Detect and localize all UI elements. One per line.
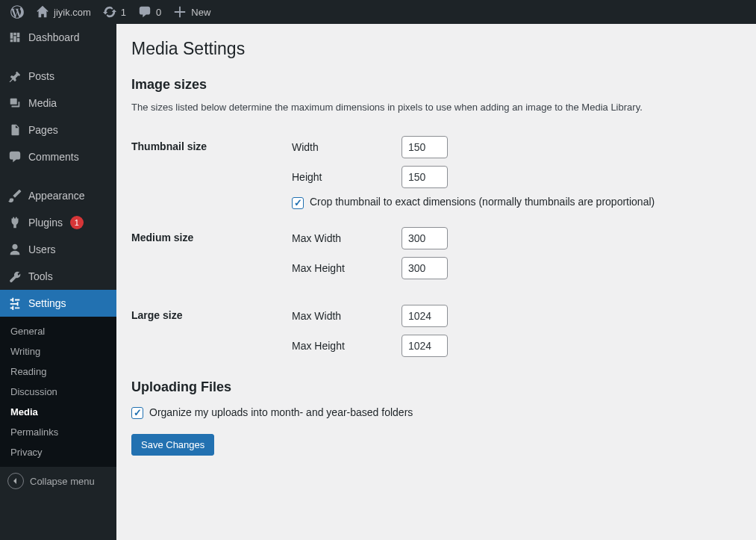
home-icon (36, 5, 49, 19)
organize-uploads-label: Organize my uploads into month- and year… (149, 406, 413, 418)
menu-appearance[interactable]: Appearance (0, 182, 116, 209)
menu-label: Comments (28, 151, 79, 163)
menu-plugins[interactable]: Plugins 1 (0, 209, 116, 236)
main-content: Media Settings Image sizes The sizes lis… (116, 24, 756, 540)
thumbnail-width-input[interactable] (402, 136, 448, 158)
save-changes-button[interactable]: Save Changes (131, 434, 214, 456)
menu-label: Tools (28, 270, 53, 282)
plugin-icon (7, 215, 22, 230)
menu-separator (0, 170, 116, 182)
submenu-writing[interactable]: Writing (0, 341, 116, 361)
thumbnail-height-input[interactable] (402, 166, 448, 188)
medium-maxwidth-input[interactable] (402, 227, 448, 249)
comments-count: 0 (156, 7, 161, 18)
submenu-media[interactable]: Media (0, 402, 116, 422)
comments-icon (138, 5, 151, 19)
thumbnail-crop-checkbox[interactable] (292, 197, 304, 209)
menu-posts[interactable]: Posts (0, 63, 116, 90)
submenu-permalinks[interactable]: Permalinks (0, 422, 116, 442)
comments-link[interactable]: 0 (132, 0, 167, 24)
menu-settings[interactable]: Settings (0, 290, 116, 317)
thumbnail-width-label: Width (292, 141, 402, 153)
thumbnail-size-label: Thumbnail size (131, 127, 292, 218)
dashboard-icon (7, 30, 22, 45)
large-maxwidth-input[interactable] (402, 305, 448, 327)
menu-pages[interactable]: Pages (0, 117, 116, 143)
submenu-general[interactable]: General (0, 321, 116, 341)
menu-media[interactable]: Media (0, 90, 116, 117)
menu-label: Users (28, 243, 56, 255)
menu-label: Media (28, 97, 57, 109)
medium-size-label: Medium size (131, 218, 292, 296)
uploading-files-heading: Uploading Files (131, 379, 741, 395)
collapse-icon (7, 473, 24, 489)
large-size-label: Large size (131, 296, 292, 373)
thumbnail-height-label: Height (292, 171, 402, 183)
menu-label: Posts (28, 70, 54, 82)
menu-label: Dashboard (28, 31, 80, 43)
thumbnail-crop-label: Crop thumbnail to exact dimensions (norm… (310, 196, 655, 208)
menu-dashboard[interactable]: Dashboard (0, 24, 116, 51)
updates-link[interactable]: 1 (97, 0, 132, 24)
comments-icon (7, 149, 22, 164)
pin-icon (7, 69, 22, 84)
plugins-update-badge: 1 (70, 216, 84, 229)
update-icon (103, 5, 116, 19)
submenu-privacy[interactable]: Privacy (0, 442, 116, 462)
plus-icon (173, 5, 187, 19)
large-maxwidth-label: Max Width (292, 310, 402, 322)
medium-maxheight-label: Max Height (292, 262, 402, 274)
image-sizes-description: The sizes listed below determine the max… (131, 100, 741, 115)
organize-uploads-checkbox[interactable] (131, 407, 143, 419)
settings-submenu: General Writing Reading Discussion Media… (0, 317, 116, 467)
large-maxheight-label: Max Height (292, 340, 402, 352)
collapse-menu[interactable]: Collapse menu (0, 467, 116, 495)
new-label: New (191, 7, 210, 18)
wp-logo[interactable] (4, 0, 30, 24)
menu-comments[interactable]: Comments (0, 143, 116, 170)
image-sizes-heading: Image sizes (131, 77, 741, 93)
new-content-link[interactable]: New (167, 0, 216, 24)
menu-label: Settings (28, 297, 66, 309)
site-name-label: jiyik.com (54, 7, 91, 18)
menu-separator (0, 51, 116, 63)
media-icon (7, 96, 22, 111)
updates-count: 1 (121, 7, 126, 18)
pages-icon (7, 122, 22, 137)
user-icon (7, 242, 22, 257)
menu-tools[interactable]: Tools (0, 263, 116, 290)
submenu-discussion[interactable]: Discussion (0, 382, 116, 402)
brush-icon (7, 188, 22, 203)
menu-label: Pages (28, 124, 58, 136)
wordpress-icon (10, 5, 24, 19)
adminbar: jiyik.com 1 0 New (0, 0, 756, 24)
page-title: Media Settings (131, 39, 741, 59)
admin-sidebar: Dashboard Posts Media Pages Comments App… (0, 24, 116, 540)
sliders-icon (7, 296, 22, 311)
wrench-icon (7, 269, 22, 284)
menu-label: Appearance (28, 190, 85, 202)
site-name-link[interactable]: jiyik.com (30, 0, 97, 24)
large-maxheight-input[interactable] (402, 335, 448, 357)
menu-users[interactable]: Users (0, 236, 116, 263)
medium-maxwidth-label: Max Width (292, 232, 402, 244)
medium-maxheight-input[interactable] (402, 257, 448, 279)
menu-label: Plugins (28, 217, 63, 229)
collapse-label: Collapse menu (30, 476, 95, 487)
submenu-reading[interactable]: Reading (0, 361, 116, 382)
